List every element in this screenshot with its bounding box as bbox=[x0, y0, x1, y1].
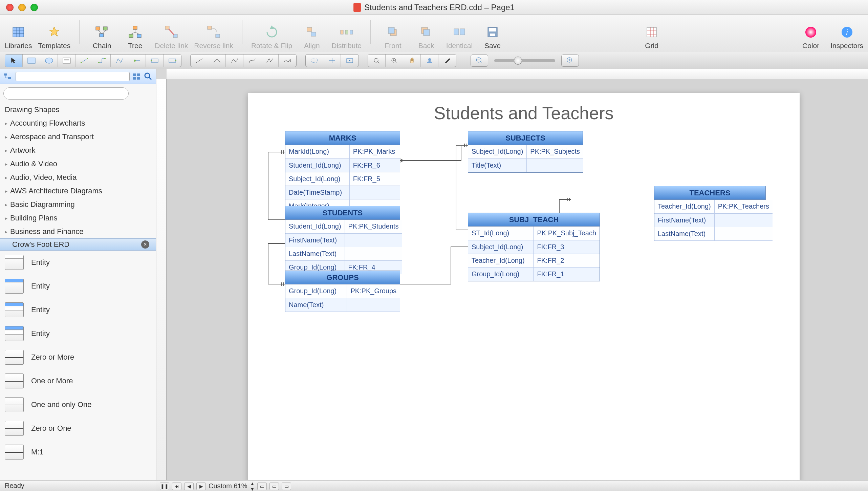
conn6-tool[interactable] bbox=[164, 55, 181, 67]
library-category[interactable]: Audio & Video bbox=[0, 157, 156, 171]
tree-button[interactable]: Tree bbox=[122, 24, 149, 50]
rotate-flip-button[interactable]: Rotate & Flip bbox=[251, 24, 292, 50]
prev-page-button[interactable]: ◀ bbox=[184, 483, 194, 490]
library-category[interactable]: Building Plans bbox=[0, 211, 156, 225]
conn2-tool[interactable] bbox=[93, 55, 111, 67]
shape-item[interactable]: Entity bbox=[0, 298, 156, 322]
line-tool[interactable] bbox=[191, 55, 208, 67]
snap1-tool[interactable] bbox=[306, 55, 323, 67]
bezier-tool[interactable] bbox=[243, 55, 261, 67]
poly-tool[interactable] bbox=[261, 55, 279, 67]
shape-item[interactable]: One or More bbox=[0, 369, 156, 393]
zoom-icon[interactable] bbox=[30, 4, 38, 11]
library-category[interactable]: Accounting Flowcharts bbox=[0, 116, 156, 130]
color-button[interactable]: Color bbox=[797, 24, 824, 50]
shape-item[interactable]: Zero or One bbox=[0, 417, 156, 440]
horizontal-ruler[interactable] bbox=[167, 69, 868, 79]
pointer-tool[interactable] bbox=[5, 55, 23, 67]
snap3-tool[interactable] bbox=[341, 55, 359, 67]
entity-subj-teach[interactable]: SUBJ_TEACH ST_Id(Long)PK:PK_Subj_TeachSu… bbox=[468, 213, 600, 281]
rect-tool[interactable] bbox=[23, 55, 40, 67]
conn4-tool[interactable] bbox=[128, 55, 146, 67]
snap-tools-group bbox=[305, 54, 359, 67]
vertical-ruler[interactable] bbox=[156, 79, 167, 480]
conn3-tool[interactable] bbox=[111, 55, 128, 67]
distribute-button[interactable]: Distribute bbox=[331, 24, 362, 50]
ellipse-tool[interactable] bbox=[40, 55, 58, 67]
chain-button[interactable]: Chain bbox=[88, 24, 115, 50]
entity-students[interactable]: STUDENTS Student_Id(Long)PK:PK_StudentsF… bbox=[285, 206, 400, 275]
align-button[interactable]: Align bbox=[298, 24, 325, 50]
hierarchy-icon[interactable] bbox=[3, 73, 13, 80]
zoom-slider[interactable] bbox=[494, 59, 555, 62]
view-1-button[interactable]: ▭ bbox=[257, 483, 267, 490]
library-category[interactable]: Drawing Shapes bbox=[0, 103, 156, 116]
identical-button[interactable]: Identical bbox=[446, 24, 473, 50]
entity-teachers[interactable]: TEACHERS Teacher_Id(Long)PK:PK_TeachersF… bbox=[654, 186, 766, 241]
shape-item[interactable]: Entity bbox=[0, 322, 156, 345]
library-category[interactable]: Aerospace and Transport bbox=[0, 130, 156, 144]
library-category[interactable]: Business and Finance bbox=[0, 225, 156, 238]
entity-subjects[interactable]: SUBJECTS Subject_Id(Long)PK:PK_SubjectsT… bbox=[468, 131, 583, 173]
inspectors-button[interactable]: i Inspectors bbox=[830, 24, 863, 50]
libraries-button[interactable]: Libraries bbox=[5, 24, 32, 50]
close-icon[interactable] bbox=[6, 4, 14, 11]
entity-groups[interactable]: GROUPS Group_Id(Long)PK:PK_GroupsName(Te… bbox=[285, 271, 400, 312]
library-category[interactable]: Audio, Video, Media bbox=[0, 171, 156, 184]
page[interactable]: Students and Teachers bbox=[248, 93, 800, 480]
svg-rect-77 bbox=[133, 77, 136, 80]
delete-link-button[interactable]: Delete link bbox=[155, 24, 188, 50]
close-icon[interactable]: × bbox=[141, 240, 149, 249]
svg-line-68 bbox=[480, 62, 482, 63]
zoom-slider-thumb[interactable] bbox=[514, 57, 522, 65]
svg-rect-26 bbox=[454, 29, 459, 35]
zoom-label: Custom 61% bbox=[209, 482, 247, 490]
account-tool[interactable] bbox=[421, 55, 438, 67]
svg-line-53 bbox=[196, 59, 202, 63]
svg-rect-8 bbox=[133, 26, 137, 29]
zoom-in-button[interactable] bbox=[561, 55, 579, 67]
curve-tool[interactable] bbox=[226, 55, 243, 67]
zoom-out-button[interactable] bbox=[471, 55, 488, 67]
conn1-tool[interactable] bbox=[75, 55, 93, 67]
library-search-input[interactable] bbox=[3, 87, 129, 100]
sidebar-filter-input[interactable] bbox=[16, 72, 130, 81]
view-2-button[interactable]: ▭ bbox=[269, 483, 279, 490]
front-button[interactable]: Front bbox=[379, 24, 407, 50]
text-tool[interactable] bbox=[58, 55, 75, 67]
grid-button[interactable]: Grid bbox=[638, 24, 665, 50]
zoom-stepper-icon[interactable]: ▲▼ bbox=[250, 481, 255, 491]
freehand-tool[interactable] bbox=[279, 55, 296, 67]
entity-marks[interactable]: MARKS MarkId(Long)PK:PK_MarksStudent_Id(… bbox=[285, 131, 400, 213]
library-category[interactable]: Basic Diagramming bbox=[0, 198, 156, 211]
next-page-button[interactable]: ▶ bbox=[196, 483, 206, 490]
hand-tool[interactable] bbox=[403, 55, 421, 67]
svg-line-13 bbox=[169, 29, 174, 35]
back-button[interactable]: Back bbox=[413, 24, 440, 50]
library-category[interactable]: AWS Architecture Diagrams bbox=[0, 184, 156, 198]
shape-item[interactable]: Entity bbox=[0, 251, 156, 274]
zoom-fit-tool[interactable] bbox=[368, 55, 386, 67]
eyedropper-tool[interactable] bbox=[438, 55, 456, 67]
shape-item[interactable]: Zero or More bbox=[0, 345, 156, 369]
shape-item[interactable]: One and only One bbox=[0, 393, 156, 417]
pause-icon[interactable]: ❚❚ bbox=[160, 483, 169, 490]
canvas-viewport[interactable]: Students and Teachers bbox=[167, 79, 868, 480]
save-button[interactable]: Save bbox=[479, 24, 506, 50]
shape-item[interactable]: Entity bbox=[0, 274, 156, 298]
view-3-button[interactable]: ▭ bbox=[282, 483, 291, 490]
active-library-row[interactable]: Crow's Foot ERD × bbox=[0, 238, 156, 251]
minimize-icon[interactable] bbox=[18, 4, 26, 11]
templates-button[interactable]: Templates bbox=[38, 24, 71, 50]
grid-view-icon[interactable] bbox=[132, 73, 141, 80]
arc-tool[interactable] bbox=[208, 55, 226, 67]
shape-item[interactable]: M:1 bbox=[0, 440, 156, 464]
svg-rect-30 bbox=[490, 34, 495, 36]
reverse-link-button[interactable]: Reverse link bbox=[194, 24, 233, 50]
conn5-tool[interactable] bbox=[146, 55, 164, 67]
zoom-tool[interactable] bbox=[386, 55, 403, 67]
library-category[interactable]: Artwork bbox=[0, 144, 156, 157]
first-page-button[interactable]: ⏮ bbox=[172, 483, 181, 490]
snap2-tool[interactable] bbox=[323, 55, 341, 67]
search-icon[interactable] bbox=[144, 72, 153, 81]
